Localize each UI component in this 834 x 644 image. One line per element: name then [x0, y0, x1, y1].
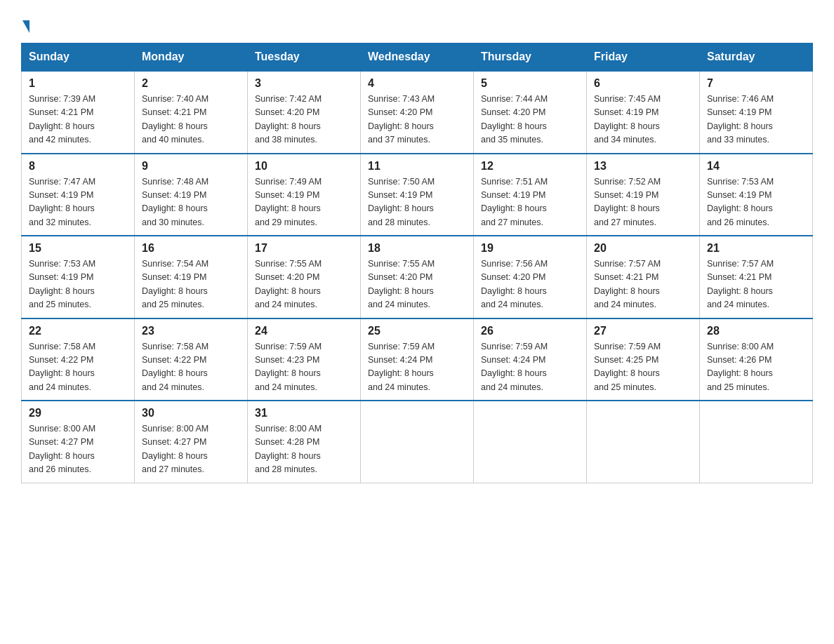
calendar-week-row: 29Sunrise: 8:00 AMSunset: 4:27 PMDayligh… — [22, 401, 813, 483]
day-number: 31 — [255, 407, 353, 420]
calendar-cell: 22Sunrise: 7:58 AMSunset: 4:22 PMDayligh… — [22, 318, 135, 401]
weekday-header-wednesday: Wednesday — [361, 43, 474, 72]
calendar-cell: 8Sunrise: 7:47 AMSunset: 4:19 PMDaylight… — [22, 154, 135, 236]
day-info: Sunrise: 7:57 AMSunset: 4:21 PMDaylight:… — [594, 257, 692, 312]
calendar-cell: 18Sunrise: 7:55 AMSunset: 4:20 PMDayligh… — [361, 236, 474, 318]
calendar-cell: 13Sunrise: 7:52 AMSunset: 4:19 PMDayligh… — [587, 154, 700, 236]
calendar-week-row: 8Sunrise: 7:47 AMSunset: 4:19 PMDaylight… — [22, 154, 813, 236]
day-info: Sunrise: 7:47 AMSunset: 4:19 PMDaylight:… — [29, 175, 127, 230]
calendar-cell: 11Sunrise: 7:50 AMSunset: 4:19 PMDayligh… — [361, 154, 474, 236]
calendar-cell: 17Sunrise: 7:55 AMSunset: 4:20 PMDayligh… — [248, 236, 361, 318]
day-number: 30 — [142, 407, 240, 420]
day-number: 12 — [481, 160, 579, 173]
day-info: Sunrise: 7:59 AMSunset: 4:25 PMDaylight:… — [594, 340, 692, 395]
day-number: 14 — [707, 160, 805, 173]
calendar-cell: 9Sunrise: 7:48 AMSunset: 4:19 PMDaylight… — [135, 154, 248, 236]
day-info: Sunrise: 7:56 AMSunset: 4:20 PMDaylight:… — [481, 257, 579, 312]
calendar-week-row: 22Sunrise: 7:58 AMSunset: 4:22 PMDayligh… — [22, 318, 813, 401]
day-info: Sunrise: 7:59 AMSunset: 4:23 PMDaylight:… — [255, 340, 353, 395]
day-info: Sunrise: 7:57 AMSunset: 4:21 PMDaylight:… — [707, 257, 805, 312]
calendar-cell: 20Sunrise: 7:57 AMSunset: 4:21 PMDayligh… — [587, 236, 700, 318]
day-info: Sunrise: 7:50 AMSunset: 4:19 PMDaylight:… — [368, 175, 466, 230]
day-number: 1 — [29, 77, 127, 90]
day-info: Sunrise: 7:58 AMSunset: 4:22 PMDaylight:… — [29, 340, 127, 395]
weekday-header-saturday: Saturday — [700, 43, 813, 72]
calendar-table: SundayMondayTuesdayWednesdayThursdayFrid… — [21, 43, 813, 483]
page-header — [21, 14, 813, 30]
weekday-header-friday: Friday — [587, 43, 700, 72]
calendar-cell: 30Sunrise: 8:00 AMSunset: 4:27 PMDayligh… — [135, 401, 248, 483]
day-number: 13 — [594, 160, 692, 173]
calendar-cell: 15Sunrise: 7:53 AMSunset: 4:19 PMDayligh… — [22, 236, 135, 318]
day-number: 20 — [594, 242, 692, 255]
logo-arrow-icon — [22, 20, 29, 33]
calendar-cell: 2Sunrise: 7:40 AMSunset: 4:21 PMDaylight… — [135, 71, 248, 154]
calendar-header: SundayMondayTuesdayWednesdayThursdayFrid… — [22, 43, 813, 72]
day-info: Sunrise: 7:59 AMSunset: 4:24 PMDaylight:… — [368, 340, 466, 395]
day-info: Sunrise: 7:49 AMSunset: 4:19 PMDaylight:… — [255, 175, 353, 230]
day-number: 26 — [481, 325, 579, 337]
day-number: 10 — [255, 160, 353, 173]
day-number: 23 — [142, 325, 240, 337]
calendar-cell: 4Sunrise: 7:43 AMSunset: 4:20 PMDaylight… — [361, 71, 474, 154]
calendar-cell: 29Sunrise: 8:00 AMSunset: 4:27 PMDayligh… — [22, 401, 135, 483]
day-info: Sunrise: 8:00 AMSunset: 4:27 PMDaylight:… — [29, 422, 127, 477]
weekday-header-sunday: Sunday — [22, 43, 135, 72]
day-info: Sunrise: 7:40 AMSunset: 4:21 PMDaylight:… — [142, 93, 240, 147]
calendar-cell: 5Sunrise: 7:44 AMSunset: 4:20 PMDaylight… — [474, 71, 587, 154]
calendar-cell: 27Sunrise: 7:59 AMSunset: 4:25 PMDayligh… — [587, 318, 700, 401]
day-info: Sunrise: 7:48 AMSunset: 4:19 PMDaylight:… — [142, 175, 240, 230]
day-info: Sunrise: 8:00 AMSunset: 4:28 PMDaylight:… — [255, 422, 353, 477]
calendar-cell — [474, 401, 587, 483]
calendar-cell: 7Sunrise: 7:46 AMSunset: 4:19 PMDaylight… — [700, 71, 813, 154]
day-info: Sunrise: 7:55 AMSunset: 4:20 PMDaylight:… — [255, 257, 353, 312]
calendar-cell — [587, 401, 700, 483]
calendar-cell: 3Sunrise: 7:42 AMSunset: 4:20 PMDaylight… — [248, 71, 361, 154]
day-number: 21 — [707, 242, 805, 255]
calendar-cell: 1Sunrise: 7:39 AMSunset: 4:21 PMDaylight… — [22, 71, 135, 154]
day-info: Sunrise: 7:55 AMSunset: 4:20 PMDaylight:… — [368, 257, 466, 312]
day-number: 15 — [29, 242, 127, 255]
day-info: Sunrise: 7:54 AMSunset: 4:19 PMDaylight:… — [142, 257, 240, 312]
day-number: 24 — [255, 325, 353, 337]
day-info: Sunrise: 7:44 AMSunset: 4:20 PMDaylight:… — [481, 93, 579, 147]
day-number: 4 — [368, 77, 466, 90]
day-number: 28 — [707, 325, 805, 337]
calendar-cell: 6Sunrise: 7:45 AMSunset: 4:19 PMDaylight… — [587, 71, 700, 154]
day-info: Sunrise: 8:00 AMSunset: 4:27 PMDaylight:… — [142, 422, 240, 477]
day-number: 19 — [481, 242, 579, 255]
day-info: Sunrise: 7:42 AMSunset: 4:20 PMDaylight:… — [255, 93, 353, 147]
day-number: 9 — [142, 160, 240, 173]
day-info: Sunrise: 7:59 AMSunset: 4:24 PMDaylight:… — [481, 340, 579, 395]
day-number: 27 — [594, 325, 692, 337]
calendar-body: 1Sunrise: 7:39 AMSunset: 4:21 PMDaylight… — [22, 71, 813, 483]
calendar-cell: 31Sunrise: 8:00 AMSunset: 4:28 PMDayligh… — [248, 401, 361, 483]
weekday-header-row: SundayMondayTuesdayWednesdayThursdayFrid… — [22, 43, 813, 72]
calendar-cell: 23Sunrise: 7:58 AMSunset: 4:22 PMDayligh… — [135, 318, 248, 401]
day-number: 11 — [368, 160, 466, 173]
day-info: Sunrise: 7:46 AMSunset: 4:19 PMDaylight:… — [707, 93, 805, 147]
day-info: Sunrise: 8:00 AMSunset: 4:26 PMDaylight:… — [707, 340, 805, 395]
day-info: Sunrise: 7:53 AMSunset: 4:19 PMDaylight:… — [707, 175, 805, 230]
weekday-header-tuesday: Tuesday — [248, 43, 361, 72]
day-info: Sunrise: 7:39 AMSunset: 4:21 PMDaylight:… — [29, 93, 127, 147]
day-number: 16 — [142, 242, 240, 255]
day-number: 25 — [368, 325, 466, 337]
weekday-header-thursday: Thursday — [474, 43, 587, 72]
day-info: Sunrise: 7:53 AMSunset: 4:19 PMDaylight:… — [29, 257, 127, 312]
day-info: Sunrise: 7:51 AMSunset: 4:19 PMDaylight:… — [481, 175, 579, 230]
day-number: 8 — [29, 160, 127, 173]
calendar-cell: 25Sunrise: 7:59 AMSunset: 4:24 PMDayligh… — [361, 318, 474, 401]
calendar-cell: 19Sunrise: 7:56 AMSunset: 4:20 PMDayligh… — [474, 236, 587, 318]
calendar-cell: 10Sunrise: 7:49 AMSunset: 4:19 PMDayligh… — [248, 154, 361, 236]
day-info: Sunrise: 7:52 AMSunset: 4:19 PMDaylight:… — [594, 175, 692, 230]
day-info: Sunrise: 7:58 AMSunset: 4:22 PMDaylight:… — [142, 340, 240, 395]
calendar-cell — [361, 401, 474, 483]
calendar-cell — [700, 401, 813, 483]
calendar-week-row: 1Sunrise: 7:39 AMSunset: 4:21 PMDaylight… — [22, 71, 813, 154]
calendar-cell: 28Sunrise: 8:00 AMSunset: 4:26 PMDayligh… — [700, 318, 813, 401]
calendar-cell: 21Sunrise: 7:57 AMSunset: 4:21 PMDayligh… — [700, 236, 813, 318]
day-info: Sunrise: 7:43 AMSunset: 4:20 PMDaylight:… — [368, 93, 466, 147]
day-number: 29 — [29, 407, 127, 420]
calendar-cell: 24Sunrise: 7:59 AMSunset: 4:23 PMDayligh… — [248, 318, 361, 401]
